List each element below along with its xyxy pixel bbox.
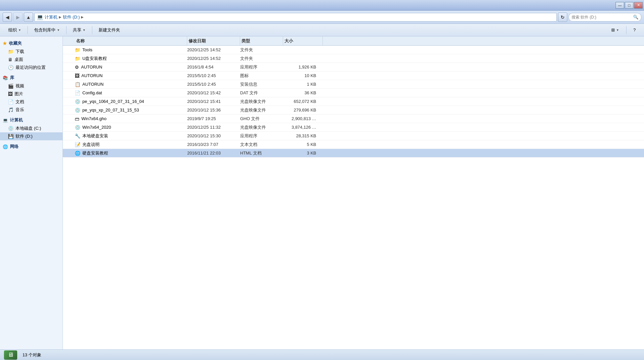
sidebar-section-favorites: ★ 收藏夹 📁 下载 🖥 桌面 🕐 最近访问的位置: [0, 39, 63, 71]
star-icon: ★: [3, 41, 7, 46]
sidebar-item-docs[interactable]: 📄 文档: [0, 98, 63, 106]
table-row[interactable]: 💿 pe_yqs_1064_20_07_31_16_04 2020/10/12 …: [63, 97, 644, 106]
drive-c-icon: 💿: [8, 126, 14, 131]
table-row[interactable]: 📝 光盘说明 2016/10/23 7:07 文本文档 5 KB: [63, 140, 644, 149]
table-row[interactable]: 📁 Tools 2020/12/25 14:52 文件夹: [63, 46, 644, 54]
file-date-cell: 2020/12/25 14:52: [187, 47, 240, 52]
breadcrumb-computer[interactable]: 计算机: [45, 14, 58, 20]
minimize-button[interactable]: —: [616, 2, 624, 9]
table-row[interactable]: 📋 AUTORUN 2015/5/10 2:45 安装信息 1 KB: [63, 80, 644, 89]
file-name: Config.dat: [82, 90, 102, 95]
sidebar-header-network[interactable]: 🌐 网络: [0, 142, 63, 151]
table-row[interactable]: 📄 Config.dat 2020/10/12 15:42 DAT 文件 36 …: [63, 89, 644, 97]
sidebar-item-label: 桌面: [15, 57, 23, 63]
file-type-icon: 📝: [75, 142, 80, 147]
main-layout: ★ 收藏夹 📁 下载 🖥 桌面 🕐 最近访问的位置 📚 库: [0, 36, 644, 349]
computer-label: 计算机: [10, 117, 23, 123]
search-input[interactable]: [572, 15, 632, 20]
file-date-cell: 2020/10/12 15:41: [187, 99, 240, 104]
file-name-cell: 💿 Win7x64_2020: [75, 125, 187, 130]
sidebar-section-computer: 💻 计算机 💿 本地磁盘 (C:) 💾 软件 (D:): [0, 116, 63, 140]
close-button[interactable]: ✕: [634, 2, 643, 9]
file-size-cell: 3,874,126 …: [283, 125, 323, 130]
breadcrumb: 💻 计算机 ▶ 软件 (D:) ▶: [34, 13, 557, 22]
file-size-cell: 10 KB: [283, 73, 323, 78]
file-size-cell: 279,696 KB: [283, 108, 323, 112]
view-arrow: ▼: [616, 28, 619, 32]
docs-icon: 📄: [8, 99, 14, 105]
back-button[interactable]: ◀: [3, 13, 12, 22]
file-type-cell: 文本文档: [240, 142, 283, 148]
file-type-icon: 🔧: [75, 133, 80, 139]
sidebar-item-recent[interactable]: 🕐 最近访问的位置: [0, 64, 63, 71]
organize-button[interactable]: 组织 ▼: [4, 25, 25, 35]
view-icon: ⊞: [611, 27, 615, 32]
file-name: U盘安装教程: [82, 56, 107, 62]
sidebar-header-library[interactable]: 📚 库: [0, 73, 63, 82]
file-size-cell: 1 KB: [283, 82, 323, 87]
file-list-body: 📁 Tools 2020/12/25 14:52 文件夹 📁 U盘安装教程 20…: [63, 46, 644, 349]
file-type-icon: ⚙: [75, 65, 79, 70]
share-button[interactable]: 共享 ▼: [68, 25, 90, 35]
help-button[interactable]: ?: [629, 25, 640, 35]
new-folder-label: 新建文件夹: [99, 27, 120, 33]
table-row[interactable]: 🗃 Win7x64.gho 2019/9/7 19:25 GHO 文件 2,90…: [63, 114, 644, 123]
sidebar-item-download[interactable]: 📁 下载: [0, 48, 63, 56]
maximize-button[interactable]: □: [625, 2, 633, 9]
view-button[interactable]: ⊞ ▼: [607, 25, 623, 35]
sidebar-item-drive-c[interactable]: 💿 本地磁盘 (C:): [0, 124, 63, 132]
file-size-cell: 3 KB: [283, 151, 323, 156]
refresh-button[interactable]: ↻: [558, 13, 567, 22]
table-row[interactable]: 🖼 AUTORUN 2015/5/10 2:45 图标 10 KB: [63, 71, 644, 80]
sidebar-header-computer[interactable]: 💻 计算机: [0, 116, 63, 124]
table-row[interactable]: 🔧 本地硬盘安装 2020/10/12 15:30 应用程序 28,315 KB: [63, 132, 644, 140]
sidebar-header-favorites[interactable]: ★ 收藏夹: [0, 39, 63, 48]
file-date-cell: 2016/1/8 4:54: [187, 65, 240, 69]
images-icon: 🖼: [8, 91, 13, 97]
file-type-cell: 文件夹: [240, 56, 283, 62]
sidebar-item-label: 最近访问的位置: [16, 65, 46, 70]
file-size-cell: 36 KB: [283, 90, 323, 95]
sidebar-item-label: 下载: [16, 49, 24, 55]
breadcrumb-drive[interactable]: 软件 (D:): [63, 14, 80, 20]
file-size-cell: 652,072 KB: [283, 99, 323, 104]
table-row[interactable]: 📁 U盘安装教程 2020/12/25 14:52 文件夹: [63, 54, 644, 63]
folder-icon: 📁: [8, 49, 14, 54]
include-label: 包含到库中: [34, 27, 56, 33]
sidebar-item-images[interactable]: 🖼 图片: [0, 90, 63, 98]
file-type-icon: 📄: [75, 90, 80, 96]
favorites-label: 收藏夹: [9, 40, 22, 46]
up-button[interactable]: ▲: [24, 13, 33, 22]
table-row[interactable]: 💿 pe_yqs_xp_20_07_31_15_53 2020/10/12 15…: [63, 106, 644, 114]
col-date-label: 修改日期: [189, 38, 206, 44]
table-row[interactable]: 💿 Win7x64_2020 2020/12/25 11:32 光盘映像文件 3…: [63, 123, 644, 132]
forward-button[interactable]: ▶: [13, 13, 22, 22]
sidebar-item-label: 音乐: [16, 107, 24, 113]
include-button[interactable]: 包含到库中 ▼: [30, 25, 64, 35]
file-name-cell: 💿 pe_yqs_1064_20_07_31_16_04: [75, 99, 187, 104]
file-name: AUTORUN: [81, 65, 102, 69]
file-name: AUTORUN: [81, 73, 103, 78]
file-type-cell: 光盘映像文件: [240, 124, 283, 130]
file-type-cell: DAT 文件: [240, 90, 283, 96]
col-header-type[interactable]: 类型: [240, 36, 283, 45]
sidebar-item-drive-d[interactable]: 💾 软件 (D:): [0, 132, 63, 140]
help-icon: ?: [633, 27, 636, 32]
sidebar-item-video[interactable]: 🎬 视频: [0, 82, 63, 90]
sidebar-item-music[interactable]: 🎵 音乐: [0, 106, 63, 114]
new-folder-button[interactable]: 新建文件夹: [94, 25, 124, 35]
toolbar-separator-1: [27, 26, 28, 34]
table-row[interactable]: 🌐 硬盘安装教程 2016/11/21 22:03 HTML 文档 3 KB: [63, 149, 644, 158]
file-date-cell: 2016/10/23 7:07: [187, 142, 240, 147]
window-controls: — □ ✕: [616, 2, 643, 9]
col-header-size[interactable]: 大小: [283, 36, 323, 45]
file-name-cell: ⚙ AUTORUN: [75, 65, 187, 70]
col-header-name[interactable]: 名称: [75, 36, 187, 45]
sidebar-item-desktop[interactable]: 🖥 桌面: [0, 56, 63, 64]
file-name: AUTORUN: [82, 82, 104, 87]
organize-label: 组织: [8, 27, 17, 33]
col-header-date[interactable]: 修改日期: [187, 36, 240, 45]
table-row[interactable]: ⚙ AUTORUN 2016/1/8 4:54 应用程序 1,926 KB: [63, 63, 644, 71]
toolbar-separator-3: [92, 26, 92, 34]
file-type-icon: 📁: [75, 56, 80, 61]
